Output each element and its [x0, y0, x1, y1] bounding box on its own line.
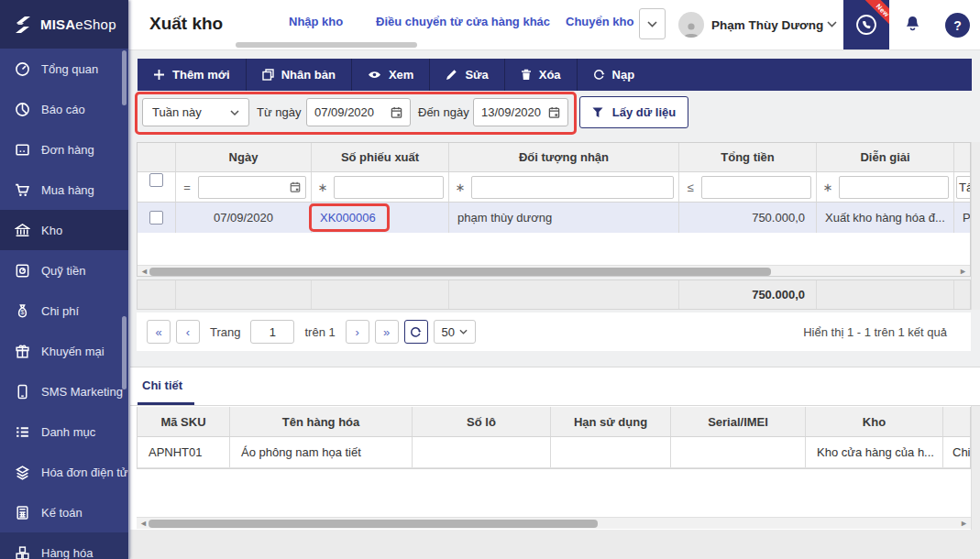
fetch-data-button[interactable]: Lấy dữ liệu: [579, 96, 688, 128]
date-filter-input[interactable]: [198, 176, 306, 199]
col-header-dien-giai[interactable]: Diễn giải: [817, 143, 954, 171]
cell-sku: APNHT01: [138, 437, 230, 467]
detail-grid: Mã SKU Tên hàng hóa Số lô Hạn sử dụng Se…: [137, 407, 971, 469]
cell-lot: [413, 437, 551, 467]
tab-chi-tiet[interactable]: Chi tiết: [142, 378, 182, 392]
detail-horizontal-scrollbar[interactable]: ◄ ►: [137, 517, 971, 529]
warehouse-icon: [14, 222, 30, 238]
cell-extra: P...: [954, 203, 971, 233]
next-page-button[interactable]: ›: [346, 320, 369, 344]
cell-serial: [671, 437, 806, 467]
help-button[interactable]: ?: [945, 13, 970, 38]
tab-chuyen-kho[interactable]: Chuyển kho: [566, 15, 633, 28]
view-button[interactable]: Xem: [352, 59, 430, 91]
voucher-row[interactable]: 07/09/2020 XK000006 phạm thùy dương 750.…: [138, 203, 971, 233]
voucher-code-link[interactable]: XK000006: [320, 211, 376, 225]
scroll-left-arrow-icon[interactable]: ◄: [139, 519, 148, 528]
page-size-select[interactable]: 50: [434, 320, 476, 344]
copy-icon: [262, 69, 274, 81]
col-header-kho[interactable]: Kho: [806, 407, 943, 436]
tabs-scrollbar-thumb[interactable]: [236, 42, 417, 48]
col-header-ngay[interactable]: Ngày: [176, 143, 312, 171]
notifications-bell-icon[interactable]: [903, 15, 922, 35]
filter-op-contains[interactable]: ∗: [817, 181, 839, 194]
phone-support-icon: [853, 12, 879, 38]
col-header-han-su-dung[interactable]: Hạn sử dụng: [551, 407, 671, 436]
toolbar: Thêm mới Nhân bản Xem Sửa Xóa Nạp: [138, 59, 972, 91]
tab-nhap-kho[interactable]: Nhập kho: [289, 15, 343, 28]
sidebar-item-hang-hoa[interactable]: Hàng hóa: [0, 532, 128, 559]
col-header-ten-hang-hoa[interactable]: Tên hàng hóa: [230, 407, 413, 436]
app-logo[interactable]: MISAeShop: [0, 0, 128, 49]
grid-horizontal-scrollbar[interactable]: ◄ ►: [138, 265, 970, 277]
sidebar-item-bao-cao[interactable]: Báo cáo: [0, 89, 128, 129]
tabs-dropdown-button[interactable]: [639, 8, 666, 39]
sidebar-scrollbar-thumb[interactable]: [122, 50, 127, 105]
grid-hscroll-thumb[interactable]: [149, 268, 771, 276]
page-number-input[interactable]: 1: [250, 320, 294, 344]
filter-op-equals[interactable]: =: [176, 181, 198, 194]
sidebar-item-chi-phi[interactable]: $ Chi phí: [0, 290, 128, 331]
reload-button[interactable]: Nạp: [578, 59, 651, 91]
col-header-ma-sku[interactable]: Mã SKU: [138, 407, 230, 436]
col-header-so-lo[interactable]: Số lô: [413, 407, 551, 436]
sidebar-item-don-hang[interactable]: Đơn hàng: [0, 129, 128, 170]
duplicate-button[interactable]: Nhân bản: [247, 59, 352, 91]
sidebar-item-mua-hang[interactable]: Mua hàng: [0, 170, 128, 210]
sidebar-item-hoa-don-dien-tu[interactable]: Hóa đơn điện tử: [0, 452, 128, 492]
sidebar-item-ke-toan[interactable]: Kế toán: [0, 492, 128, 532]
sidebar-item-danh-muc[interactable]: Danh mục: [0, 411, 128, 452]
col-header-so-phieu-xuat[interactable]: Số phiếu xuất: [312, 143, 449, 171]
content-left-edge: [128, 50, 130, 559]
sidebar-item-khuyen-mai[interactable]: Khuyến mại: [0, 331, 128, 371]
avatar[interactable]: [678, 12, 704, 38]
grid-vertical-scrollbar[interactable]: [971, 142, 980, 310]
delete-button[interactable]: Xóa: [505, 59, 578, 91]
row-checkbox[interactable]: [149, 211, 163, 225]
description-filter-input[interactable]: [839, 176, 949, 199]
filter-op-lte[interactable]: ≤: [679, 181, 701, 194]
from-date-input[interactable]: 07/09/2020: [306, 98, 411, 126]
extra-filter-select[interactable]: Tất cả: [956, 176, 971, 199]
refresh-grid-button[interactable]: [404, 320, 428, 344]
detail-vertical-scrollbar[interactable]: [971, 406, 980, 530]
last-page-button[interactable]: »: [375, 320, 399, 344]
total-filter-input[interactable]: [701, 176, 811, 199]
cell-unit: Chiếc: [943, 437, 971, 467]
prev-page-button[interactable]: ‹: [176, 320, 200, 344]
edit-button[interactable]: Sửa: [430, 59, 504, 91]
cell-receiver: phạm thùy dương: [449, 203, 679, 233]
detail-hscroll-thumb[interactable]: [149, 520, 598, 528]
select-all-checkbox[interactable]: [149, 173, 163, 187]
sidebar-item-quy-tien[interactable]: Quỹ tiền: [0, 250, 128, 290]
col-header-tong-tien[interactable]: Tổng tiền: [679, 143, 817, 171]
filter-op-contains[interactable]: ∗: [312, 181, 334, 194]
col-header-extra: [943, 407, 971, 436]
sidebar-item-kho[interactable]: Kho: [0, 210, 128, 250]
scroll-right-arrow-icon[interactable]: ►: [960, 519, 968, 528]
phone-icon: [14, 383, 30, 400]
dashboard-icon: [14, 60, 30, 77]
to-date-input[interactable]: 13/09/2020: [473, 98, 568, 126]
col-header-doi-tuong-nhan[interactable]: Đối tượng nhận: [449, 143, 679, 171]
code-filter-input[interactable]: [334, 176, 444, 199]
money-bag-icon: $: [14, 302, 30, 319]
add-new-button[interactable]: Thêm mới: [138, 59, 247, 91]
sidebar-item-tong-quan[interactable]: Tổng quan: [0, 49, 128, 89]
detail-row[interactable]: APNHT01 Áo phông nam họa tiết Kho cửa hà…: [138, 437, 971, 468]
filter-op-contains[interactable]: ∗: [449, 181, 471, 194]
tab-dieu-chuyen[interactable]: Điều chuyển từ cửa hàng khác: [376, 15, 550, 28]
period-select[interactable]: Tuần này: [142, 98, 249, 126]
scroll-right-arrow-icon[interactable]: ►: [959, 267, 967, 276]
col-header-serial-imei[interactable]: Serial/IMEI: [671, 407, 806, 436]
chevron-down-icon: [459, 329, 468, 334]
support-phone-button[interactable]: New: [843, 0, 889, 49]
scroll-left-arrow-icon[interactable]: ◄: [140, 267, 149, 276]
user-menu-chevron-icon[interactable]: [827, 21, 837, 27]
first-page-button[interactable]: «: [147, 320, 171, 344]
sidebar-scrollbar-thumb-2[interactable]: [122, 316, 127, 389]
sidebar-item-sms-marketing[interactable]: SMS Marketing: [0, 371, 128, 411]
cell-description: Xuất kho hàng hóa đ...: [817, 203, 954, 233]
user-name[interactable]: Phạm Thùy Dương: [711, 18, 823, 32]
receiver-filter-input[interactable]: [471, 176, 674, 199]
